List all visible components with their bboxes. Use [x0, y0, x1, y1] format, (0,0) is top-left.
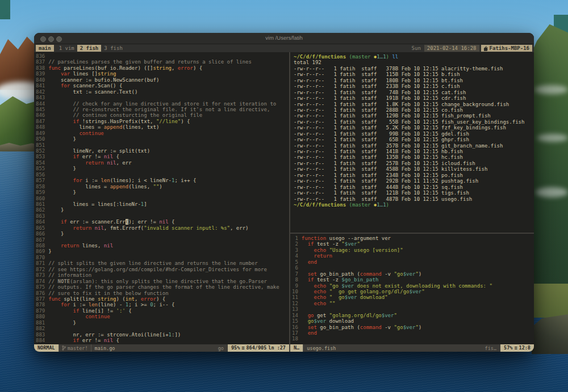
- code-token: err !=: [79, 154, 103, 159]
- code-token: usego --argument ver: [326, 235, 391, 241]
- code-token: NOTE: [58, 279, 70, 284]
- position-indicator-left: 95% ≡ 864/905 ln :27: [228, 344, 289, 352]
- line-number: 843: [36, 95, 45, 100]
- code-token: [302, 301, 314, 306]
- ls-file-row: -rw-r--r-- 1 fatih staff 292B Feb 11 11:…: [294, 178, 534, 184]
- code-token: [48, 219, 61, 225]
- code-token: "golang.org/dl/go: [329, 313, 382, 318]
- vim-pane-usego-fish[interactable]: 1function usego --argument ver2 if test …: [290, 234, 534, 352]
- wallpaper-fog-right-2: [537, 134, 568, 142]
- line-number: 5: [292, 259, 298, 265]
- ls-file-row: -rw-r--r-- 1 fatih staff 135B Feb 10 12:…: [294, 154, 534, 160]
- code-token: -rw-r--r-- 1 fatih staff 288B Feb 10 12:…: [294, 107, 463, 113]
- code-token: 1…1: [377, 54, 386, 60]
- code-token: for: [61, 83, 70, 88]
- code-token: -rw-r--r-- 1 fatih staff 378B Feb 10 12:…: [294, 66, 503, 71]
- code-token: string: [98, 296, 116, 302]
- code-line: 863: [36, 213, 289, 219]
- code-token: lines,: [79, 243, 103, 248]
- code-token: // split splits the given line directive…: [48, 260, 257, 266]
- line-number: 868: [36, 243, 45, 248]
- code-token: -rw-r--r-- 1 fatih staff 141B Feb 10 12:…: [294, 149, 463, 154]
- code-token: echo: [314, 294, 327, 300]
- line-number: 1: [292, 235, 298, 241]
- vim-pane-main-go[interactable]: 836 837// parseLines parses the given bu…: [34, 52, 289, 352]
- code-token: error: [141, 296, 156, 302]
- code-token: i :=: [70, 302, 89, 307]
- line-number: 851: [36, 142, 45, 148]
- code-token: {: [113, 338, 119, 343]
- code-line: 851: [36, 142, 289, 148]
- code-token: nil: [107, 160, 116, 166]
- code-line: 876// sure to fix it in the below functi…: [36, 290, 289, 296]
- code-line: 853 if err != nil {: [36, 154, 289, 159]
- code-token: }: [48, 320, 76, 326]
- code-token: if: [61, 219, 67, 225]
- line-number: 14: [292, 313, 298, 318]
- code-token: :]): [172, 332, 181, 338]
- code-token: len: [101, 178, 110, 183]
- lines-icon: ≡: [241, 344, 244, 352]
- code-line: 9 echo "go $ver does not exist, download…: [292, 283, 534, 289]
- code-token: "//line": [156, 119, 181, 124]
- line-number: 15: [292, 318, 298, 324]
- code-line: 838func parseLines(buf io.Reader) ([]str…: [36, 65, 289, 71]
- line-number: 842: [36, 89, 45, 95]
- line-number: 850: [36, 136, 45, 142]
- code-line: 18: [292, 336, 534, 342]
- wallpaper-fog-right-1: [534, 85, 568, 94]
- git-branch-icon: [62, 345, 66, 351]
- code-token: [48, 160, 85, 166]
- tmux-window-3-fish[interactable]: 3 fish: [101, 45, 126, 52]
- line-number: 836: [36, 53, 45, 59]
- tmux-datetime: 2021-02-14 16:28: [424, 45, 479, 52]
- line-number: 12: [292, 301, 298, 306]
- ls-file-row: -rw-r--r-- 1 fatih staff 234B Feb 10 12:…: [294, 172, 534, 178]
- code-token: -rw-r--r-- 1 fatih staff 292B Feb 11 11:…: [294, 178, 478, 184]
- code-token: lineNr, err := split(txt): [48, 148, 150, 154]
- line-number: 875: [36, 284, 45, 290]
- code-token: err := scanner.Err: [67, 219, 126, 225]
- code-token: }: [48, 189, 76, 195]
- line-number: 855: [36, 166, 45, 171]
- code-line: 865 return nil, fmt.Errorf("invalid scan…: [36, 225, 289, 231]
- code-token: , err): [230, 225, 249, 231]
- code-line: 7 set go_bin_path (command -v "go$ver"): [292, 271, 534, 277]
- code-line: 858 lines = append(lines, ""): [36, 184, 289, 189]
- line-number: 873: [36, 272, 45, 278]
- code-token: go: [308, 313, 314, 318]
- ls-file-row: -rw-r--r-- 1 fatih staff 288B Feb 10 12:…: [294, 107, 534, 113]
- code-token: "": [153, 184, 160, 189]
- code-token: "Usage: usego [version]": [329, 247, 403, 253]
- code-line: 869}: [36, 248, 289, 254]
- line-number: 866: [36, 231, 45, 237]
- terminal-window: vim /Users/fatih main 1 vim 2 fish 3 fis…: [34, 33, 534, 352]
- code-token: -rw-r--r-- 1 fatih staff 129B Feb 10 12:…: [294, 113, 491, 119]
- code-token: [302, 318, 308, 324]
- code-token: scanner.Scan() {: [70, 83, 122, 88]
- line-number: 884: [36, 338, 45, 343]
- code-token: (arslan): this only splits the line dire…: [70, 279, 267, 284]
- code-line: 11 echo " go$ver download": [292, 294, 534, 300]
- code-token: (lines, txt): [122, 124, 159, 130]
- code-token: -rw-r--r-- 1 fatih staff 115B Feb 10 12:…: [294, 71, 460, 77]
- code-token: "go: [394, 271, 403, 277]
- window-titlebar[interactable]: vim /Users/fatih: [34, 33, 534, 44]
- line-number: 863: [36, 213, 45, 219]
- ls-file-row: -rw-r--r-- 1 fatih staff 74B Feb 10 12:1…: [294, 90, 534, 95]
- line-number: 878: [36, 302, 45, 307]
- line-number: 852: [36, 148, 45, 154]
- code-token: return: [314, 253, 333, 259]
- ls-file-row: -rw-r--r-- 1 fatih staff 1.8K Feb 10 12:…: [294, 102, 534, 107]
- fish-shell-pane[interactable]: ~/C/d/f/functions (master ✱1…1) lltotal …: [290, 52, 534, 233]
- code-token: , fmt.Errorf(: [104, 225, 144, 231]
- code-token: lines = lines[:lineNr-: [48, 201, 141, 207]
- tmux-window-2-fish[interactable]: 2 fish: [77, 45, 102, 52]
- tmux-window-1-vim[interactable]: 1 vim: [56, 45, 77, 52]
- code-token: }: [48, 248, 51, 254]
- code-token: set: [308, 271, 317, 277]
- code-line: 839 var lines []string: [36, 71, 289, 77]
- code-token: ): [386, 202, 389, 208]
- code-token: [302, 283, 314, 289]
- code-token: [302, 313, 308, 318]
